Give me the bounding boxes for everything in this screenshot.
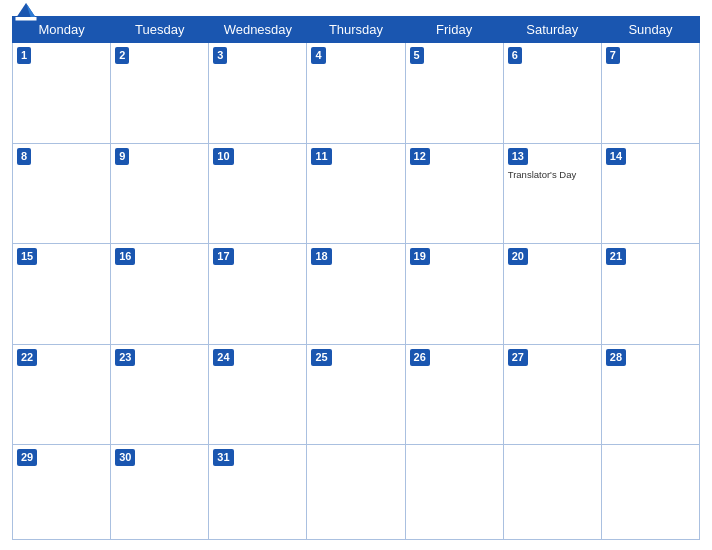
- day-number: 7: [606, 47, 620, 64]
- day-number: 13: [508, 148, 528, 165]
- calendar-day-cell: 10: [209, 143, 307, 244]
- calendar-day-cell: 17: [209, 244, 307, 345]
- calendar-day-cell: 15: [13, 244, 111, 345]
- calendar-week-row: 22232425262728: [13, 344, 700, 445]
- calendar-week-row: 15161718192021: [13, 244, 700, 345]
- calendar-day-cell: 1: [13, 43, 111, 144]
- calendar-week-row: 293031: [13, 445, 700, 540]
- weekday-header-wednesday: Wednesday: [209, 17, 307, 43]
- day-number: 12: [410, 148, 430, 165]
- logo-icon: [12, 0, 40, 24]
- calendar-day-cell: 20: [503, 244, 601, 345]
- day-number: 4: [311, 47, 325, 64]
- calendar-body: 12345678910111213Translator's Day1415161…: [13, 43, 700, 540]
- day-number: 29: [17, 449, 37, 466]
- calendar-day-cell: [307, 445, 405, 540]
- day-number: 22: [17, 349, 37, 366]
- day-number: 17: [213, 248, 233, 265]
- day-number: 26: [410, 349, 430, 366]
- calendar-header-row: MondayTuesdayWednesdayThursdayFridaySatu…: [13, 17, 700, 43]
- day-number: 25: [311, 349, 331, 366]
- calendar-day-cell: 2: [111, 43, 209, 144]
- calendar-day-cell: 14: [601, 143, 699, 244]
- calendar-table: MondayTuesdayWednesdayThursdayFridaySatu…: [12, 16, 700, 540]
- calendar-day-cell: [503, 445, 601, 540]
- day-number: 19: [410, 248, 430, 265]
- day-number: 21: [606, 248, 626, 265]
- calendar-day-cell: 19: [405, 244, 503, 345]
- calendar-day-cell: 12: [405, 143, 503, 244]
- day-number: 2: [115, 47, 129, 64]
- calendar-day-cell: 25: [307, 344, 405, 445]
- calendar-day-cell: 11: [307, 143, 405, 244]
- calendar-day-cell: 23: [111, 344, 209, 445]
- day-number: 16: [115, 248, 135, 265]
- calendar-week-row: 8910111213Translator's Day14: [13, 143, 700, 244]
- calendar-day-cell: 3: [209, 43, 307, 144]
- day-number: 3: [213, 47, 227, 64]
- day-number: 23: [115, 349, 135, 366]
- calendar-day-cell: 26: [405, 344, 503, 445]
- day-number: 9: [115, 148, 129, 165]
- calendar-day-cell: 4: [307, 43, 405, 144]
- calendar-day-cell: 9: [111, 143, 209, 244]
- day-number: 11: [311, 148, 331, 165]
- day-number: 6: [508, 47, 522, 64]
- calendar-wrapper: MondayTuesdayWednesdayThursdayFridaySatu…: [0, 0, 712, 550]
- calendar-day-cell: [601, 445, 699, 540]
- calendar-day-cell: 22: [13, 344, 111, 445]
- day-number: 18: [311, 248, 331, 265]
- calendar-day-cell: 28: [601, 344, 699, 445]
- day-number: 15: [17, 248, 37, 265]
- calendar-day-cell: 6: [503, 43, 601, 144]
- weekday-header-sunday: Sunday: [601, 17, 699, 43]
- day-number: 27: [508, 349, 528, 366]
- calendar-day-cell: 21: [601, 244, 699, 345]
- calendar-day-cell: 8: [13, 143, 111, 244]
- calendar-day-cell: [405, 445, 503, 540]
- calendar-day-cell: 13Translator's Day: [503, 143, 601, 244]
- calendar-day-cell: 18: [307, 244, 405, 345]
- calendar-week-row: 1234567: [13, 43, 700, 144]
- weekday-header-friday: Friday: [405, 17, 503, 43]
- day-number: 8: [17, 148, 31, 165]
- weekday-header-thursday: Thursday: [307, 17, 405, 43]
- day-number: 24: [213, 349, 233, 366]
- calendar-day-cell: 24: [209, 344, 307, 445]
- weekday-header-row: MondayTuesdayWednesdayThursdayFridaySatu…: [13, 17, 700, 43]
- day-number: 5: [410, 47, 424, 64]
- calendar-day-cell: 16: [111, 244, 209, 345]
- holiday-label: Translator's Day: [508, 169, 597, 181]
- day-number: 10: [213, 148, 233, 165]
- weekday-header-saturday: Saturday: [503, 17, 601, 43]
- calendar-day-cell: 31: [209, 445, 307, 540]
- day-number: 30: [115, 449, 135, 466]
- calendar-day-cell: 30: [111, 445, 209, 540]
- calendar-day-cell: 27: [503, 344, 601, 445]
- calendar-day-cell: 5: [405, 43, 503, 144]
- day-number: 31: [213, 449, 233, 466]
- day-number: 14: [606, 148, 626, 165]
- day-number: 1: [17, 47, 31, 64]
- weekday-header-tuesday: Tuesday: [111, 17, 209, 43]
- logo: [12, 0, 44, 24]
- svg-rect-3: [16, 17, 37, 21]
- day-number: 28: [606, 349, 626, 366]
- day-number: 20: [508, 248, 528, 265]
- calendar-day-cell: 29: [13, 445, 111, 540]
- calendar-day-cell: 7: [601, 43, 699, 144]
